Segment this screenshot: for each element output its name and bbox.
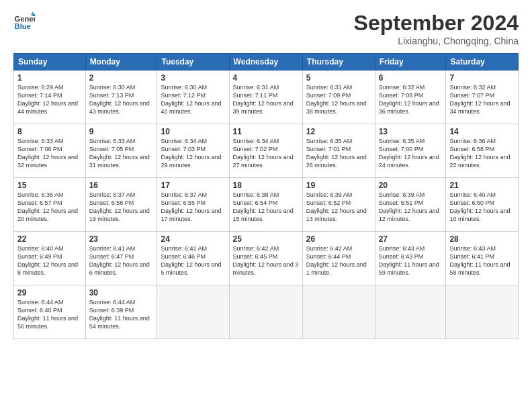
day-number: 26 xyxy=(306,234,371,244)
calendar-cell: 8Sunrise: 6:33 AMSunset: 7:06 PMDaylight… xyxy=(14,124,86,178)
day-number: 10 xyxy=(161,127,225,136)
day-number: 8 xyxy=(17,127,82,136)
location: Lixianghu, Chongqing, China xyxy=(354,36,519,46)
calendar-cell: 5Sunrise: 6:31 AMSunset: 7:09 PMDaylight… xyxy=(302,71,375,124)
weekday-header-saturday: Saturday xyxy=(446,54,519,71)
day-number: 5 xyxy=(306,73,371,83)
day-number: 25 xyxy=(233,234,299,244)
day-number: 17 xyxy=(161,181,225,190)
svg-text:Blue: Blue xyxy=(15,22,31,30)
calendar-cell: 24Sunrise: 6:41 AMSunset: 6:46 PMDayligh… xyxy=(157,232,229,285)
month-title: September 2024 xyxy=(354,11,519,36)
calendar-cell: 29Sunrise: 6:44 AMSunset: 6:40 PMDayligh… xyxy=(14,285,86,339)
weekday-header-tuesday: Tuesday xyxy=(157,54,229,71)
calendar: SundayMondayTuesdayWednesdayThursdayFrid… xyxy=(13,53,519,339)
calendar-cell: 14Sunrise: 6:36 AMSunset: 6:58 PMDayligh… xyxy=(446,124,519,178)
weekday-header-sunday: Sunday xyxy=(14,54,86,71)
calendar-cell: 19Sunrise: 6:39 AMSunset: 6:52 PMDayligh… xyxy=(302,178,375,232)
calendar-cell: 28Sunrise: 6:43 AMSunset: 6:41 PMDayligh… xyxy=(446,232,519,285)
calendar-cell: 2Sunrise: 6:30 AMSunset: 7:13 PMDaylight… xyxy=(85,71,157,124)
day-info: Sunrise: 6:43 AMSunset: 6:41 PMDaylight:… xyxy=(449,245,510,276)
day-number: 1 xyxy=(17,73,82,83)
calendar-cell: 30Sunrise: 6:44 AMSunset: 6:39 PMDayligh… xyxy=(85,285,157,339)
day-info: Sunrise: 6:35 AMSunset: 7:00 PMDaylight:… xyxy=(379,138,439,169)
calendar-cell: 13Sunrise: 6:35 AMSunset: 7:00 PMDayligh… xyxy=(375,124,446,178)
day-info: Sunrise: 6:39 AMSunset: 6:51 PMDaylight:… xyxy=(379,191,439,222)
day-info: Sunrise: 6:37 AMSunset: 6:55 PMDaylight:… xyxy=(161,191,221,222)
day-info: Sunrise: 6:36 AMSunset: 6:58 PMDaylight:… xyxy=(449,138,510,169)
calendar-cell: 18Sunrise: 6:38 AMSunset: 6:54 PMDayligh… xyxy=(229,178,302,232)
day-number: 30 xyxy=(89,288,154,298)
calendar-cell: 17Sunrise: 6:37 AMSunset: 6:55 PMDayligh… xyxy=(157,178,229,232)
day-info: Sunrise: 6:35 AMSunset: 7:01 PMDaylight:… xyxy=(306,138,367,169)
day-info: Sunrise: 6:39 AMSunset: 6:52 PMDaylight:… xyxy=(306,191,367,222)
calendar-cell: 27Sunrise: 6:43 AMSunset: 6:43 PMDayligh… xyxy=(375,232,446,285)
calendar-cell: 16Sunrise: 6:37 AMSunset: 6:56 PMDayligh… xyxy=(85,178,157,232)
day-info: Sunrise: 6:30 AMSunset: 7:13 PMDaylight:… xyxy=(89,84,150,115)
calendar-cell: 25Sunrise: 6:42 AMSunset: 6:45 PMDayligh… xyxy=(229,232,302,285)
day-info: Sunrise: 6:36 AMSunset: 6:57 PMDaylight:… xyxy=(17,191,78,222)
day-info: Sunrise: 6:31 AMSunset: 7:09 PMDaylight:… xyxy=(306,84,367,115)
day-number: 23 xyxy=(89,234,154,244)
calendar-cell xyxy=(302,285,375,339)
logo: General Blue xyxy=(13,11,35,32)
day-number: 21 xyxy=(449,181,515,190)
day-number: 14 xyxy=(449,127,515,136)
title-block: September 2024 Lixianghu, Chongqing, Chi… xyxy=(354,11,519,46)
day-number: 19 xyxy=(306,181,371,190)
weekday-header-wednesday: Wednesday xyxy=(229,54,302,71)
day-number: 6 xyxy=(379,73,443,83)
day-info: Sunrise: 6:33 AMSunset: 7:05 PMDaylight:… xyxy=(89,138,150,169)
calendar-cell: 6Sunrise: 6:32 AMSunset: 7:08 PMDaylight… xyxy=(375,71,446,124)
calendar-cell: 20Sunrise: 6:39 AMSunset: 6:51 PMDayligh… xyxy=(375,178,446,232)
day-info: Sunrise: 6:44 AMSunset: 6:40 PMDaylight:… xyxy=(17,299,78,330)
day-info: Sunrise: 6:33 AMSunset: 7:06 PMDaylight:… xyxy=(17,138,78,169)
calendar-cell: 7Sunrise: 6:32 AMSunset: 7:07 PMDaylight… xyxy=(446,71,519,124)
calendar-cell xyxy=(375,285,446,339)
calendar-cell: 4Sunrise: 6:31 AMSunset: 7:11 PMDaylight… xyxy=(229,71,302,124)
day-info: Sunrise: 6:41 AMSunset: 6:46 PMDaylight:… xyxy=(161,245,221,276)
day-info: Sunrise: 6:41 AMSunset: 6:47 PMDaylight:… xyxy=(89,245,150,276)
calendar-cell: 1Sunrise: 6:29 AMSunset: 7:14 PMDaylight… xyxy=(14,71,86,124)
day-info: Sunrise: 6:38 AMSunset: 6:54 PMDaylight:… xyxy=(233,191,294,222)
svg-marker-2 xyxy=(31,12,35,15)
day-info: Sunrise: 6:42 AMSunset: 6:45 PMDaylight:… xyxy=(233,245,299,276)
calendar-cell: 9Sunrise: 6:33 AMSunset: 7:05 PMDaylight… xyxy=(85,124,157,178)
day-number: 2 xyxy=(89,73,154,83)
calendar-cell: 10Sunrise: 6:34 AMSunset: 7:03 PMDayligh… xyxy=(157,124,229,178)
day-info: Sunrise: 6:29 AMSunset: 7:14 PMDaylight:… xyxy=(17,84,78,115)
day-info: Sunrise: 6:43 AMSunset: 6:43 PMDaylight:… xyxy=(379,245,439,276)
day-number: 15 xyxy=(17,181,82,190)
logo-icon: General Blue xyxy=(13,11,35,32)
day-info: Sunrise: 6:34 AMSunset: 7:02 PMDaylight:… xyxy=(233,138,294,169)
day-number: 24 xyxy=(161,234,225,244)
weekday-header-thursday: Thursday xyxy=(302,54,375,71)
calendar-cell: 26Sunrise: 6:42 AMSunset: 6:44 PMDayligh… xyxy=(302,232,375,285)
day-number: 20 xyxy=(379,181,443,190)
day-number: 12 xyxy=(306,127,371,136)
day-info: Sunrise: 6:37 AMSunset: 6:56 PMDaylight:… xyxy=(89,191,150,222)
calendar-cell: 23Sunrise: 6:41 AMSunset: 6:47 PMDayligh… xyxy=(85,232,157,285)
calendar-cell: 11Sunrise: 6:34 AMSunset: 7:02 PMDayligh… xyxy=(229,124,302,178)
calendar-cell xyxy=(229,285,302,339)
calendar-cell xyxy=(446,285,519,339)
day-info: Sunrise: 6:32 AMSunset: 7:08 PMDaylight:… xyxy=(379,84,439,115)
weekday-header-friday: Friday xyxy=(375,54,446,71)
day-number: 28 xyxy=(449,234,515,244)
day-number: 18 xyxy=(233,181,299,190)
day-info: Sunrise: 6:34 AMSunset: 7:03 PMDaylight:… xyxy=(161,138,221,169)
calendar-cell: 15Sunrise: 6:36 AMSunset: 6:57 PMDayligh… xyxy=(14,178,86,232)
day-number: 22 xyxy=(17,234,82,244)
day-info: Sunrise: 6:30 AMSunset: 7:12 PMDaylight:… xyxy=(161,84,221,115)
calendar-cell: 12Sunrise: 6:35 AMSunset: 7:01 PMDayligh… xyxy=(302,124,375,178)
calendar-cell: 21Sunrise: 6:40 AMSunset: 6:50 PMDayligh… xyxy=(446,178,519,232)
day-info: Sunrise: 6:40 AMSunset: 6:50 PMDaylight:… xyxy=(449,191,510,222)
calendar-cell: 3Sunrise: 6:30 AMSunset: 7:12 PMDaylight… xyxy=(157,71,229,124)
calendar-cell xyxy=(157,285,229,339)
day-number: 11 xyxy=(233,127,299,136)
day-number: 4 xyxy=(233,73,299,83)
day-number: 29 xyxy=(17,288,82,298)
day-number: 13 xyxy=(379,127,443,136)
day-info: Sunrise: 6:42 AMSunset: 6:44 PMDaylight:… xyxy=(306,245,367,276)
day-number: 27 xyxy=(379,234,443,244)
